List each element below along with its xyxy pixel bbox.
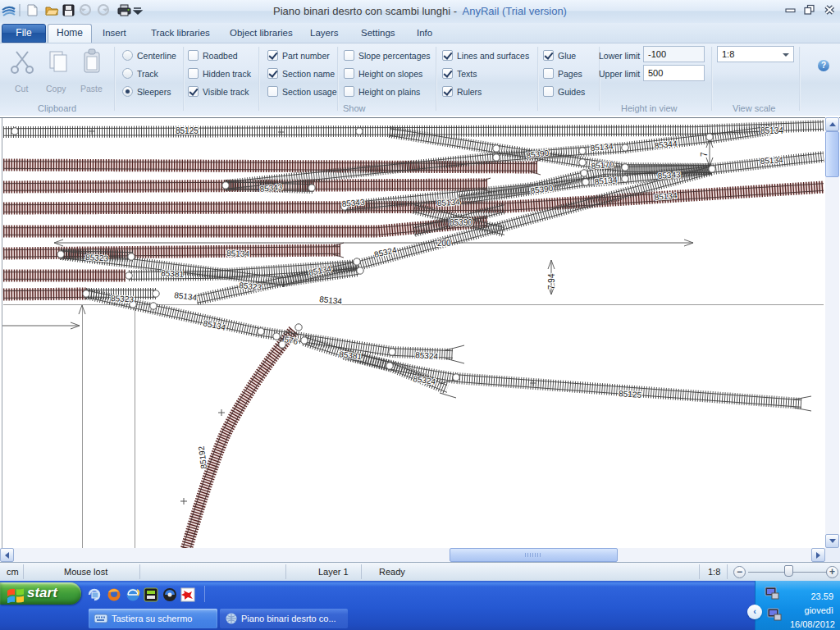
svg-text:85134: 85134 (174, 290, 198, 302)
svg-text:85125: 85125 (176, 126, 199, 135)
svg-text:85390: 85390 (530, 184, 554, 195)
svg-text:85192: 85192 (197, 445, 208, 469)
svg-text:85125: 85125 (619, 389, 642, 399)
svg-text:85381: 85381 (339, 349, 363, 361)
svg-text:85134: 85134 (226, 249, 250, 258)
svg-text:85324: 85324 (415, 350, 439, 361)
svg-text:85323: 85323 (85, 253, 109, 262)
svg-text:85390: 85390 (526, 148, 550, 160)
svg-text:85134: 85134 (594, 176, 618, 186)
svg-text:85390: 85390 (450, 218, 472, 227)
svg-text:7.94: 7.94 (547, 273, 556, 290)
svg-text:85134: 85134 (319, 294, 343, 306)
svg-text:85323: 85323 (111, 294, 135, 304)
svg-text:85134: 85134 (590, 142, 614, 153)
svg-text:85381: 85381 (161, 268, 185, 279)
svg-text:85323: 85323 (239, 281, 262, 292)
svg-text:85344: 85344 (654, 139, 678, 150)
svg-text:85134: 85134 (437, 198, 461, 208)
svg-text:85134: 85134 (760, 126, 783, 135)
svg-text:200: 200 (437, 239, 451, 248)
svg-text:85343: 85343 (657, 170, 681, 180)
svg-text:85324: 85324 (373, 245, 398, 259)
svg-text:85134: 85134 (760, 155, 783, 166)
svg-text:7: 7 (700, 152, 709, 157)
